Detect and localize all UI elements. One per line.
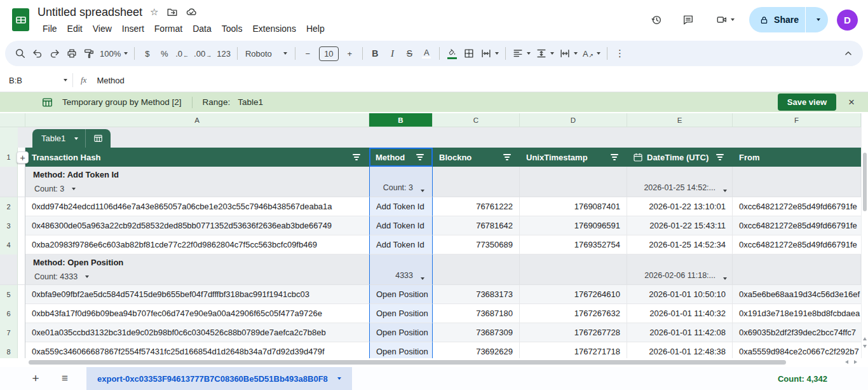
- cell-transaction-hash[interactable]: 0xdd974b24edcd1106d46e7a43e865057a06cbe1…: [25, 197, 369, 216]
- format-percent-button[interactable]: %: [156, 45, 173, 62]
- chevron-down-icon[interactable]: [723, 190, 727, 192]
- name-box[interactable]: B:B: [9, 76, 67, 85]
- column-header-f[interactable]: F: [733, 113, 861, 127]
- column-header-c[interactable]: C: [433, 113, 520, 127]
- account-avatar[interactable]: D: [837, 10, 858, 31]
- cell-transaction-hash-header[interactable]: Transaction Hash: [25, 148, 369, 167]
- group-date-cell[interactable]: 2026-01-25 14:52:...: [627, 167, 733, 197]
- cell-unixtimestamp[interactable]: 1769087401: [520, 197, 627, 216]
- increase-decimal-button[interactable]: .00→: [191, 45, 214, 62]
- menu-help[interactable]: Help: [301, 22, 330, 35]
- cell-method[interactable]: Open Position: [369, 342, 433, 358]
- select-all-corner[interactable]: [0, 113, 25, 127]
- cell-transaction-hash[interactable]: 0xba20983f9786e6c603ab82bf81cde77c22f0d9…: [25, 235, 369, 254]
- save-view-button[interactable]: Save view: [778, 94, 836, 111]
- sheet-tab[interactable]: export-0xc03353F94613777B7C08360Be5D51Bb…: [86, 367, 352, 390]
- decrease-decimal-button[interactable]: .0←: [173, 45, 191, 62]
- cell-blockno-header[interactable]: Blockno: [433, 148, 520, 167]
- cell-from[interactable]: 0xcc64821272e85d49fd66791fe: [733, 197, 861, 216]
- horizontal-scrollbar-thumb[interactable]: [29, 360, 786, 365]
- group-count-cell[interactable]: Count: 3: [369, 167, 433, 197]
- scroll-down-icon[interactable]: [863, 345, 867, 348]
- menu-insert[interactable]: Insert: [117, 22, 149, 35]
- cell-blockno[interactable]: 73692629: [433, 342, 520, 358]
- cell-blockno[interactable]: [433, 254, 520, 285]
- chevron-down-icon[interactable]: [421, 190, 424, 192]
- row-number[interactable]: 8: [0, 342, 18, 358]
- cell-from[interactable]: [733, 167, 861, 197]
- cell-unixtimestamp[interactable]: 1767267728: [520, 323, 627, 342]
- text-rotation-button[interactable]: A↗: [580, 45, 603, 62]
- row-number[interactable]: 5: [0, 285, 18, 304]
- cell-from[interactable]: 0xa5559d984ce2c0667c2f292b7: [733, 342, 861, 358]
- menu-extensions[interactable]: Extensions: [247, 22, 301, 35]
- collapse-toolbar-button[interactable]: [839, 45, 857, 62]
- cell-from[interactable]: 0x69035b2df2f39dec2bcc74ffc7: [733, 323, 861, 342]
- decrease-font-size-button[interactable]: −: [299, 45, 316, 62]
- redo-button[interactable]: [46, 45, 63, 62]
- cell-from[interactable]: 0xcc64821272e85d49fd66791fe: [733, 216, 861, 235]
- more-options-button[interactable]: ⋮: [611, 45, 628, 62]
- filter-icon[interactable]: [716, 154, 726, 160]
- group-date-cell[interactable]: 2026-02-06 11:18:...: [627, 254, 733, 285]
- cell-datetime-utc[interactable]: 2026-01-01 11:40:32: [627, 304, 733, 323]
- cell-unixtimestamp[interactable]: 1769352754: [520, 235, 627, 254]
- scroll-up-icon[interactable]: [863, 337, 867, 340]
- chevron-down-icon[interactable]: [85, 275, 89, 278]
- cell-datetime-utc[interactable]: 2026-01-25 14:52:34: [627, 235, 733, 254]
- cell-datetime-utc[interactable]: 2026-01-22 13:10:01: [627, 197, 733, 216]
- add-sheet-button[interactable]: +: [28, 372, 43, 386]
- comments-icon[interactable]: [675, 7, 701, 32]
- cell-unixtimestamp-header[interactable]: UnixTimestamp: [520, 148, 627, 167]
- vertical-scrollbar-thumb[interactable]: [863, 153, 867, 211]
- sheets-logo-icon[interactable]: [12, 8, 29, 31]
- cell-unixtimestamp[interactable]: 1767271718: [520, 342, 627, 358]
- font-size-input[interactable]: 10: [319, 46, 339, 61]
- cell-transaction-hash[interactable]: 0xa559c346066687867f2554f57431fc25d16685…: [25, 342, 369, 358]
- version-history-icon[interactable]: [644, 7, 669, 32]
- share-button[interactable]: Share: [749, 7, 828, 32]
- vertical-align-button[interactable]: [533, 45, 557, 62]
- column-header-a[interactable]: A: [25, 113, 369, 127]
- cell-datetime-utc[interactable]: 2026-01-01 10:50:10: [627, 285, 733, 304]
- menu-tools[interactable]: Tools: [217, 22, 248, 35]
- meet-video-icon[interactable]: [707, 7, 743, 32]
- document-title[interactable]: Untitled spreadsheet: [37, 6, 142, 19]
- cell-method[interactable]: Add Token Id: [369, 235, 433, 254]
- cell-datetime-utc[interactable]: 2026-01-22 15:43:11: [627, 216, 733, 235]
- row-number[interactable]: 2: [0, 197, 18, 216]
- cell-from[interactable]: 0xcc64821272e85d49fd66791fe: [733, 235, 861, 254]
- row-number[interactable]: 1: [0, 148, 18, 167]
- filter-icon[interactable]: [503, 154, 513, 160]
- fill-color-button[interactable]: [444, 45, 461, 62]
- cell-unixtimestamp[interactable]: 1767267632: [520, 304, 627, 323]
- name-box-caret-icon[interactable]: [64, 79, 67, 81]
- all-sheets-menu-icon[interactable]: ≡: [57, 372, 72, 385]
- group-count-cell[interactable]: 4333: [369, 254, 433, 285]
- move-folder-icon[interactable]: [166, 6, 178, 18]
- cell-method[interactable]: Open Position: [369, 304, 433, 323]
- chevron-down-icon[interactable]: [421, 277, 424, 280]
- scroll-left-icon[interactable]: [845, 360, 848, 364]
- search-icon[interactable]: [11, 45, 29, 62]
- cell-blockno[interactable]: 76781642: [433, 216, 520, 235]
- row-number[interactable]: 4: [0, 235, 18, 254]
- undo-button[interactable]: [29, 45, 46, 62]
- horizontal-align-button[interactable]: [510, 45, 533, 62]
- menu-file[interactable]: File: [37, 22, 62, 35]
- format-currency-button[interactable]: $: [139, 45, 156, 62]
- italic-button[interactable]: I: [384, 45, 401, 62]
- cell-datetime-utc[interactable]: 2026-01-01 12:48:38: [627, 342, 733, 358]
- zoom-select[interactable]: 100%: [97, 45, 130, 62]
- cell-unixtimestamp[interactable]: 1769096591: [520, 216, 627, 235]
- print-button[interactable]: [63, 45, 80, 62]
- cell-method[interactable]: Open Position: [369, 285, 433, 304]
- row-number[interactable]: 7: [0, 323, 18, 342]
- borders-button[interactable]: [461, 45, 478, 62]
- cell-method[interactable]: Add Token Id: [369, 197, 433, 216]
- close-banner-icon[interactable]: ×: [846, 96, 857, 109]
- cell-blockno[interactable]: 76761222: [433, 197, 520, 216]
- table-chip[interactable]: Table1: [32, 129, 111, 148]
- row-number[interactable]: [0, 254, 18, 285]
- chevron-down-icon[interactable]: [72, 188, 76, 190]
